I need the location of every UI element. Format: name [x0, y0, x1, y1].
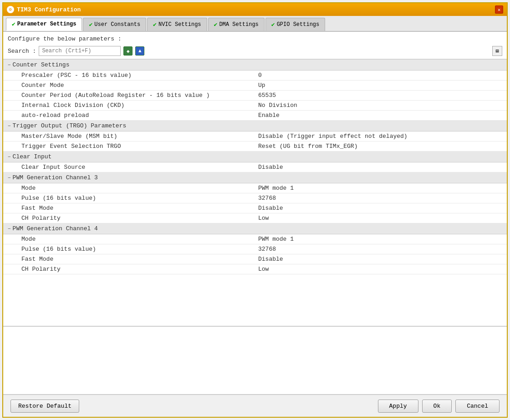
table-row: Pulse (16 bits value) 32768: [3, 193, 507, 203]
search-prev-button[interactable]: ◆: [123, 46, 133, 56]
cancel-button[interactable]: Cancel: [455, 400, 500, 413]
section-pwm-channel3: − PWM Generation Channel 3: [3, 172, 507, 183]
apply-button[interactable]: Apply: [378, 400, 418, 413]
tab-label: GPIO Settings: [277, 21, 320, 28]
param-value[interactable]: Up: [254, 81, 507, 90]
param-value[interactable]: 65535: [254, 91, 507, 100]
section-toggle-pwm4[interactable]: −: [8, 226, 11, 232]
table-row: CH Polarity Low: [3, 213, 507, 223]
section-counter-settings: − Counter Settings: [3, 60, 507, 71]
param-name: Pulse (16 bits value): [3, 244, 254, 254]
main-window: ⚙ TIM3 Configuration ✕ ✔ Parameter Setti…: [2, 2, 508, 418]
tab-label: User Constants: [94, 21, 140, 28]
param-name: CH Polarity: [3, 213, 254, 223]
param-name: Mode: [3, 183, 254, 193]
param-value[interactable]: Disable: [254, 162, 507, 172]
search-next-button[interactable]: ▲: [135, 46, 144, 56]
window-title: TIM3 Configuration: [17, 6, 81, 13]
tab-nvic-settings[interactable]: ✔ NVIC Settings: [147, 18, 207, 31]
param-value[interactable]: 32768: [254, 193, 507, 203]
footer-buttons: Apply Ok Cancel: [378, 400, 500, 413]
param-name: CH Polarity: [3, 264, 254, 274]
param-value[interactable]: Disable: [254, 203, 507, 213]
param-name: Counter Period (AutoReload Register - 16…: [3, 91, 254, 100]
param-name: Trigger Event Selection TRGO: [3, 142, 254, 151]
param-name: Clear Input Source: [3, 162, 254, 172]
param-name: Mode: [3, 234, 254, 244]
param-value[interactable]: Reset (UG bit from TIMx_EGR): [254, 142, 507, 151]
section-trigger-output: − Trigger Output (TRGO) Parameters: [3, 121, 507, 132]
table-row: Mode PWM mode 1: [3, 234, 507, 244]
param-name: auto-reload preload: [3, 111, 254, 120]
param-value[interactable]: PWM mode 1: [254, 183, 507, 193]
param-name: Fast Mode: [3, 254, 254, 264]
param-value[interactable]: Disable (Trigger input effect not delaye…: [254, 132, 507, 141]
param-value[interactable]: 32768: [254, 244, 507, 254]
param-name: Internal Clock Division (CKD): [3, 101, 254, 110]
tab-check-icon: ✔: [153, 21, 157, 28]
tabs-bar: ✔ Parameter Settings ✔ User Constants ✔ …: [3, 16, 507, 32]
params-table: − Counter Settings Prescaler (PSC - 16 b…: [3, 59, 507, 326]
tab-check-icon: ✔: [12, 20, 15, 28]
section-clear-input: − Clear Input: [3, 152, 507, 162]
tab-check-icon: ✔: [271, 21, 275, 28]
tab-label: NVIC Settings: [158, 21, 201, 28]
tab-label: Parameter Settings: [17, 21, 76, 27]
param-name: Prescaler (PSC - 16 bits value): [3, 71, 254, 80]
param-name: Master/Slave Mode (MSM bit): [3, 132, 254, 141]
table-row: Counter Mode Up: [3, 81, 507, 91]
tab-label: DMA Settings: [219, 21, 258, 28]
table-row: auto-reload preload Enable: [3, 111, 507, 121]
table-row: Pulse (16 bits value) 32768: [3, 244, 507, 254]
param-name: Pulse (16 bits value): [3, 193, 254, 203]
table-row: Prescaler (PSC - 16 bits value) 0: [3, 71, 507, 81]
close-button[interactable]: ✕: [495, 5, 503, 14]
table-row: Clear Input Source Disable: [3, 162, 507, 172]
section-pwm-channel4: − PWM Generation Channel 4: [3, 223, 507, 234]
table-row: Mode PWM mode 1: [3, 183, 507, 193]
param-value[interactable]: Low: [254, 213, 507, 223]
tab-dma-settings[interactable]: ✔ DMA Settings: [208, 18, 265, 31]
section-toggle-trigger[interactable]: −: [8, 123, 11, 129]
footer: Restore Default Apply Ok Cancel: [3, 394, 507, 417]
content-area: Configure the below parameters : Search …: [3, 32, 507, 394]
ok-button[interactable]: Ok: [422, 400, 452, 413]
section-label: Trigger Output (TRGO) Parameters: [13, 122, 127, 129]
param-value[interactable]: Enable: [254, 111, 507, 120]
param-value[interactable]: No Division: [254, 101, 507, 110]
table-row: Internal Clock Division (CKD) No Divisio…: [3, 101, 507, 111]
section-toggle-clear[interactable]: −: [8, 154, 11, 160]
title-bar-left: ⚙ TIM3 Configuration: [7, 6, 81, 13]
tab-gpio-settings[interactable]: ✔ GPIO Settings: [265, 18, 325, 31]
param-value[interactable]: 0: [254, 71, 507, 80]
param-value[interactable]: Low: [254, 264, 507, 274]
title-bar: ⚙ TIM3 Configuration ✕: [3, 3, 507, 16]
table-row: Fast Mode Disable: [3, 254, 507, 264]
search-bar: Search : ◆ ▲ ⊞: [3, 44, 507, 59]
section-label: Clear Input: [13, 153, 52, 160]
restore-default-button[interactable]: Restore Default: [10, 400, 79, 413]
grid-view-button[interactable]: ⊞: [492, 46, 502, 56]
section-toggle-pwm3[interactable]: −: [8, 175, 11, 181]
param-name: Fast Mode: [3, 203, 254, 213]
param-value[interactable]: PWM mode 1: [254, 234, 507, 244]
search-label: Search :: [8, 48, 36, 55]
table-row: Master/Slave Mode (MSM bit) Disable (Tri…: [3, 132, 507, 142]
bottom-panel: [3, 326, 507, 394]
table-row: Counter Period (AutoReload Register - 16…: [3, 91, 507, 101]
tab-check-icon: ✔: [89, 21, 92, 28]
tab-user-constants[interactable]: ✔ User Constants: [83, 18, 146, 31]
param-value[interactable]: Disable: [254, 254, 507, 264]
section-label: PWM Generation Channel 3: [13, 174, 98, 181]
table-row: Fast Mode Disable: [3, 203, 507, 213]
table-row: CH Polarity Low: [3, 264, 507, 274]
tab-check-icon: ✔: [214, 21, 218, 28]
section-label: PWM Generation Channel 4: [13, 225, 98, 232]
window-icon: ⚙: [7, 6, 14, 13]
section-toggle-counter[interactable]: −: [8, 62, 11, 68]
tab-parameter-settings[interactable]: ✔ Parameter Settings: [6, 18, 82, 31]
subtitle: Configure the below parameters :: [3, 32, 507, 44]
search-input[interactable]: [39, 46, 121, 56]
section-label: Counter Settings: [13, 61, 70, 68]
table-row: Trigger Event Selection TRGO Reset (UG b…: [3, 142, 507, 152]
